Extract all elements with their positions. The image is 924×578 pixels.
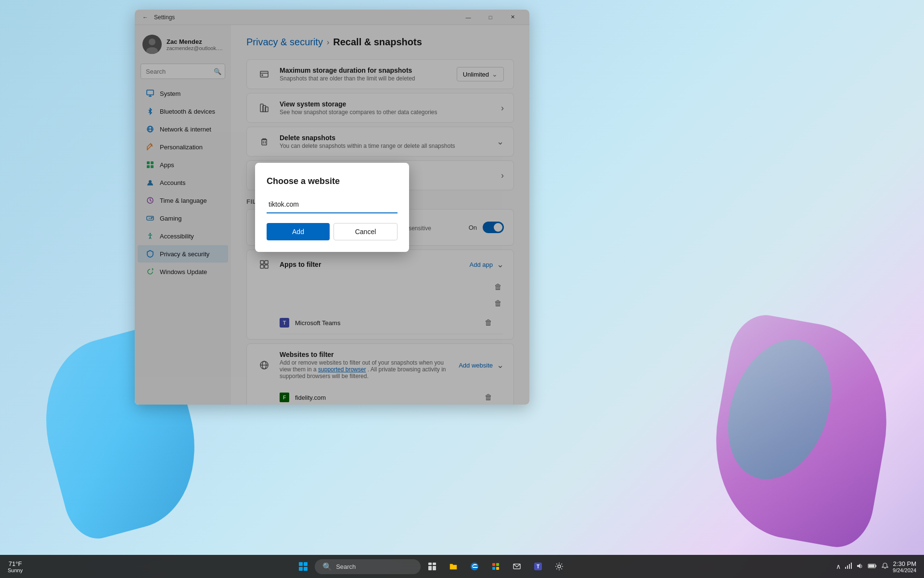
- taskbar-search-text: Search: [336, 563, 356, 570]
- weather-temp: 71°F: [8, 560, 23, 567]
- settings-taskbar-button[interactable]: [550, 557, 569, 576]
- windows-logo: [299, 562, 308, 571]
- svg-rect-48: [496, 567, 499, 570]
- svg-point-52: [558, 565, 561, 568]
- svg-rect-59: [869, 565, 874, 567]
- taskbar-weather[interactable]: 71°F Sunny: [4, 560, 26, 573]
- task-view-button[interactable]: [423, 557, 442, 576]
- volume-icon[interactable]: [856, 562, 864, 571]
- modal-cancel-button[interactable]: Cancel: [334, 223, 398, 240]
- svg-rect-45: [492, 563, 495, 566]
- battery-icon[interactable]: [868, 563, 877, 570]
- chevron-up-icon[interactable]: ∧: [836, 563, 841, 570]
- taskbar-right: ∧ 2:30 PM 9/24/2024: [836, 560, 920, 573]
- svg-rect-43: [433, 566, 436, 570]
- modal-buttons: Add Cancel: [267, 223, 398, 240]
- modal-title: Choose a website: [267, 176, 398, 186]
- clock-date: 9/24/2024: [893, 567, 916, 573]
- mail-button[interactable]: [507, 557, 526, 576]
- website-url-input[interactable]: [267, 196, 398, 213]
- taskbar-center: 🔍 Search T: [26, 557, 836, 576]
- svg-rect-41: [433, 563, 436, 565]
- svg-rect-42: [428, 566, 432, 570]
- taskbar-clock[interactable]: 2:30 PM 9/24/2024: [893, 560, 916, 573]
- taskbar: 71°F Sunny 🔍 Search: [0, 555, 924, 578]
- svg-rect-58: [875, 565, 876, 567]
- settings-window: ← Settings — □ ✕ Zac Men: [135, 10, 529, 405]
- ms-store-button[interactable]: [486, 557, 505, 576]
- svg-rect-55: [849, 564, 850, 569]
- svg-text:T: T: [537, 564, 539, 569]
- modal-overlay: Choose a website Add Cancel: [135, 10, 529, 405]
- taskbar-search[interactable]: 🔍 Search: [315, 559, 421, 574]
- svg-point-44: [471, 563, 478, 570]
- taskbar-left: 71°F Sunny: [4, 560, 26, 573]
- clock-time: 2:30 PM: [893, 560, 916, 567]
- svg-rect-56: [851, 563, 852, 569]
- choose-website-modal: Choose a website Add Cancel: [255, 163, 409, 252]
- file-explorer-button[interactable]: [444, 557, 463, 576]
- edge-browser-button[interactable]: [465, 557, 484, 576]
- modal-add-button[interactable]: Add: [267, 223, 330, 240]
- svg-rect-46: [496, 563, 499, 566]
- svg-rect-53: [845, 567, 846, 569]
- svg-rect-40: [428, 563, 432, 565]
- weather-condition: Sunny: [8, 567, 23, 573]
- taskbar-search-icon: 🔍: [322, 562, 332, 571]
- svg-rect-54: [847, 565, 848, 569]
- teams-taskbar-button[interactable]: T: [528, 557, 548, 576]
- notification-icon[interactable]: [881, 562, 889, 571]
- svg-rect-47: [492, 567, 495, 570]
- network-status-icon[interactable]: [845, 562, 852, 571]
- start-button[interactable]: [294, 557, 313, 576]
